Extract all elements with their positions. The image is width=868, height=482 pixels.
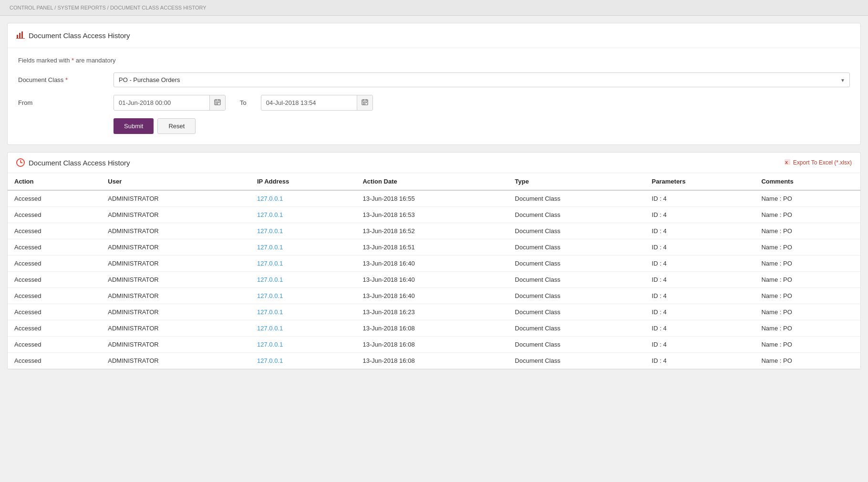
svg-rect-20: [363, 103, 364, 104]
cell-ip[interactable]: 127.0.0.1: [250, 239, 356, 256]
document-class-select-wrapper: PO - Purchase Orders ▼: [114, 72, 850, 87]
svg-rect-17: [363, 102, 364, 103]
col-header-type: Type: [508, 173, 645, 190]
col-header-parameters: Parameters: [645, 173, 755, 190]
clock-icon: [16, 158, 25, 167]
results-header-left: Document Class Access History: [16, 158, 130, 167]
reset-button[interactable]: Reset: [157, 118, 196, 134]
form-panel-header: Document Class Access History: [8, 23, 860, 48]
to-date-input[interactable]: [261, 96, 357, 110]
svg-rect-1: [19, 33, 21, 38]
cell-user: ADMINISTRATOR: [101, 304, 250, 320]
col-header-ip: IP Address: [250, 173, 356, 190]
cell-ip[interactable]: 127.0.0.1: [250, 223, 356, 239]
cell-action: Accessed: [8, 320, 101, 337]
ip-address-link[interactable]: 127.0.0.1: [257, 325, 283, 332]
ip-address-link[interactable]: 127.0.0.1: [257, 276, 283, 283]
cell-ip[interactable]: 127.0.0.1: [250, 207, 356, 223]
from-date-input[interactable]: [114, 96, 209, 110]
cell-date: 13-Jun-2018 16:23: [356, 304, 508, 320]
cell-ip[interactable]: 127.0.0.1: [250, 272, 356, 288]
col-header-comments: Comments: [754, 173, 860, 190]
cell-type: Document Class: [508, 272, 645, 288]
cell-comments: Name : PO: [754, 272, 860, 288]
to-calendar-button[interactable]: [357, 95, 372, 110]
cell-ip[interactable]: 127.0.0.1: [250, 353, 356, 369]
form-panel-title: Document Class Access History: [29, 31, 130, 40]
ip-address-link[interactable]: 127.0.0.1: [257, 244, 283, 251]
svg-rect-0: [17, 35, 18, 38]
cell-user: ADMINISTRATOR: [101, 320, 250, 337]
col-header-user: User: [101, 173, 250, 190]
cell-type: Document Class: [508, 320, 645, 337]
breadcrumb: CONTROL PANEL / SYSTEM REPORTS / DOCUMEN…: [0, 0, 868, 16]
bar-chart-icon: [16, 30, 25, 41]
ip-address-link[interactable]: 127.0.0.1: [257, 195, 283, 202]
from-label: From: [18, 99, 114, 106]
cell-date: 13-Jun-2018 16:08: [356, 320, 508, 337]
cell-action: Accessed: [8, 207, 101, 223]
cell-action: Accessed: [8, 353, 101, 369]
cell-user: ADMINISTRATOR: [101, 223, 250, 239]
cell-parameters: ID : 4: [645, 353, 755, 369]
ip-address-link[interactable]: 127.0.0.1: [257, 227, 283, 235]
table-row: AccessedADMINISTRATOR127.0.0.113-Jun-201…: [8, 272, 860, 288]
cell-ip[interactable]: 127.0.0.1: [250, 256, 356, 272]
cell-user: ADMINISTRATOR: [101, 207, 250, 223]
cell-date: 13-Jun-2018 16:40: [356, 256, 508, 272]
cell-comments: Name : PO: [754, 207, 860, 223]
table-row: AccessedADMINISTRATOR127.0.0.113-Jun-201…: [8, 353, 860, 369]
cell-date: 13-Jun-2018 16:55: [356, 190, 508, 207]
cell-type: Document Class: [508, 239, 645, 256]
cell-parameters: ID : 4: [645, 239, 755, 256]
document-class-select[interactable]: PO - Purchase Orders: [114, 72, 850, 87]
cell-user: ADMINISTRATOR: [101, 272, 250, 288]
table-row: AccessedADMINISTRATOR127.0.0.113-Jun-201…: [8, 239, 860, 256]
cell-ip[interactable]: 127.0.0.1: [250, 304, 356, 320]
export-to-excel-link[interactable]: X Export To Excel (*.xlsx): [784, 159, 852, 167]
cell-comments: Name : PO: [754, 304, 860, 320]
cell-user: ADMINISTRATOR: [101, 190, 250, 207]
cell-date: 13-Jun-2018 16:08: [356, 337, 508, 353]
svg-rect-19: [366, 102, 367, 103]
ip-address-link[interactable]: 127.0.0.1: [257, 308, 283, 316]
cell-user: ADMINISTRATOR: [101, 239, 250, 256]
cell-date: 13-Jun-2018 16:52: [356, 223, 508, 239]
cell-action: Accessed: [8, 223, 101, 239]
cell-user: ADMINISTRATOR: [101, 288, 250, 304]
cell-action: Accessed: [8, 337, 101, 353]
cell-user: ADMINISTRATOR: [101, 353, 250, 369]
cell-comments: Name : PO: [754, 337, 860, 353]
cell-parameters: ID : 4: [645, 272, 755, 288]
svg-rect-12: [217, 103, 218, 104]
cell-ip[interactable]: 127.0.0.1: [250, 288, 356, 304]
svg-rect-8: [216, 102, 217, 103]
cell-action: Accessed: [8, 256, 101, 272]
submit-button[interactable]: Submit: [114, 118, 154, 134]
cell-action: Accessed: [8, 190, 101, 207]
breadcrumb-item-3: DOCUMENT CLASS ACCESS HISTORY: [110, 5, 207, 10]
cell-comments: Name : PO: [754, 256, 860, 272]
table-body: AccessedADMINISTRATOR127.0.0.113-Jun-201…: [8, 190, 860, 369]
svg-rect-21: [364, 103, 365, 104]
cell-ip[interactable]: 127.0.0.1: [250, 337, 356, 353]
breadcrumb-item-1: CONTROL PANEL: [10, 5, 53, 10]
ip-address-link[interactable]: 127.0.0.1: [257, 357, 283, 364]
ip-address-link[interactable]: 127.0.0.1: [257, 260, 283, 267]
cell-action: Accessed: [8, 288, 101, 304]
cell-action: Accessed: [8, 239, 101, 256]
cell-comments: Name : PO: [754, 239, 860, 256]
ip-address-link[interactable]: 127.0.0.1: [257, 341, 283, 348]
ip-address-link[interactable]: 127.0.0.1: [257, 211, 283, 218]
cell-ip[interactable]: 127.0.0.1: [250, 320, 356, 337]
main-content: Document Class Access History Fields mar…: [0, 23, 868, 369]
cell-ip[interactable]: 127.0.0.1: [250, 190, 356, 207]
svg-text:X: X: [785, 160, 788, 165]
mandatory-asterisk: *: [72, 57, 74, 64]
table-row: AccessedADMINISTRATOR127.0.0.113-Jun-201…: [8, 207, 860, 223]
from-calendar-button[interactable]: [209, 95, 225, 110]
from-calendar-icon: [214, 99, 221, 105]
ip-address-link[interactable]: 127.0.0.1: [257, 292, 283, 299]
cell-comments: Name : PO: [754, 190, 860, 207]
results-header: Document Class Access History X Export T…: [8, 153, 860, 173]
